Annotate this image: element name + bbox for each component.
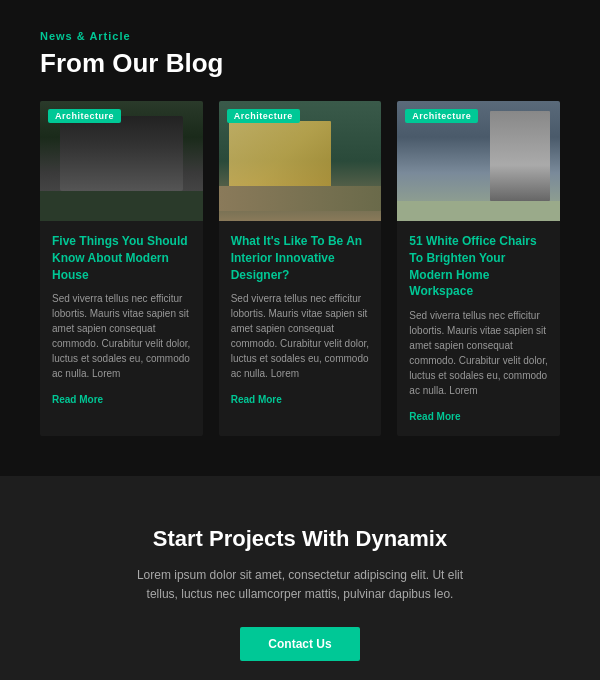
card-title-1: Five Things You Should Know About Modern… <box>52 233 191 283</box>
card-title-2: What It's Like To Be An Interior Innovat… <box>231 233 370 283</box>
card-body-1: Five Things You Should Know About Modern… <box>40 221 203 419</box>
section-title: From Our Blog <box>40 48 560 79</box>
card-image-wrap-3: Architecture <box>397 101 560 221</box>
card-text-1: Sed viverra tellus nec efficitur loborti… <box>52 291 191 381</box>
read-more-2[interactable]: Read More <box>231 394 282 405</box>
blog-section: News & Article From Our Blog Architectur… <box>0 0 600 476</box>
card-badge-2: Architecture <box>227 109 300 123</box>
card-badge-3: Architecture <box>405 109 478 123</box>
card-text-2: Sed viverra tellus nec efficitur loborti… <box>231 291 370 381</box>
cta-section: Start Projects With Dynamix Lorem ipsum … <box>0 476 600 680</box>
cards-grid: Architecture Five Things You Should Know… <box>40 101 560 436</box>
card-image-wrap-1: Architecture <box>40 101 203 221</box>
card-badge-1: Architecture <box>48 109 121 123</box>
card-body-3: 51 White Office Chairs To Brighten Your … <box>397 221 560 436</box>
read-more-3[interactable]: Read More <box>409 411 460 422</box>
section-tag: News & Article <box>40 30 560 42</box>
cta-text: Lorem ipsum dolor sit amet, consectetur … <box>120 566 480 604</box>
card-image-wrap-2: Architecture <box>219 101 382 221</box>
cta-title: Start Projects With Dynamix <box>40 526 560 552</box>
blog-card-2: Architecture What It's Like To Be An Int… <box>219 101 382 436</box>
read-more-1[interactable]: Read More <box>52 394 103 405</box>
blog-card-1: Architecture Five Things You Should Know… <box>40 101 203 436</box>
card-title-3: 51 White Office Chairs To Brighten Your … <box>409 233 548 300</box>
card-body-2: What It's Like To Be An Interior Innovat… <box>219 221 382 419</box>
card-text-3: Sed viverra tellus nec efficitur loborti… <box>409 308 548 398</box>
blog-card-3: Architecture 51 White Office Chairs To B… <box>397 101 560 436</box>
contact-us-button[interactable]: Contact Us <box>240 627 359 661</box>
